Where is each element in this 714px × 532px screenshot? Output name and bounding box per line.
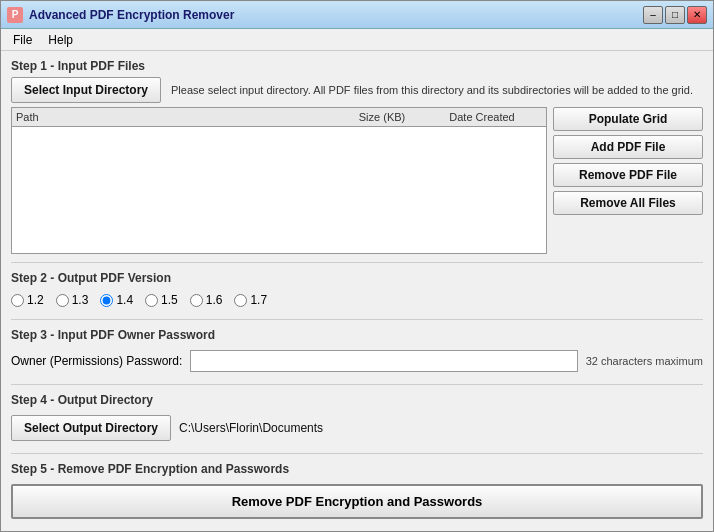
menu-file[interactable]: File <box>5 31 40 49</box>
radio-1-6[interactable] <box>190 294 203 307</box>
radio-item-1-7: 1.7 <box>234 293 267 307</box>
radio-item-1-4: 1.4 <box>100 293 133 307</box>
remove-encryption-button[interactable]: Remove PDF Encryption and Passwords <box>11 484 703 519</box>
radio-item-1-3: 1.3 <box>56 293 89 307</box>
divider4 <box>11 453 703 454</box>
main-window: P Advanced PDF Encryption Remover – □ ✕ … <box>0 0 714 532</box>
radio-1-2[interactable] <box>11 294 24 307</box>
remove-pdf-button[interactable]: Remove PDF File <box>553 163 703 187</box>
step4-label: Step 4 - Output Directory <box>11 393 703 407</box>
step4-section: Step 4 - Output Directory Select Output … <box>11 393 703 445</box>
app-icon: P <box>7 7 23 23</box>
pdf-grid[interactable]: Path Size (KB) Date Created <box>11 107 547 254</box>
radio-1-4[interactable] <box>100 294 113 307</box>
select-input-dir-button[interactable]: Select Input Directory <box>11 77 161 103</box>
step5-section: Step 5 - Remove PDF Encryption and Passw… <box>11 462 703 523</box>
step1-header: Select Input Directory Please select inp… <box>11 77 703 103</box>
grid-header: Path Size (KB) Date Created <box>12 108 546 127</box>
step3-label: Step 3 - Input PDF Owner Password <box>11 328 703 342</box>
step2-label: Step 2 - Output PDF Version <box>11 271 703 285</box>
minimize-button[interactable]: – <box>643 6 663 24</box>
output-path: C:\Users\Florin\Documents <box>179 421 323 435</box>
radio-1-3[interactable] <box>56 294 69 307</box>
menu-bar: File Help <box>1 29 713 51</box>
step4-row: Select Output Directory C:\Users\Florin\… <box>11 411 703 445</box>
step2-section: Step 2 - Output PDF Version 1.2 1.3 1.4 … <box>11 271 703 311</box>
col-date: Date Created <box>422 111 542 123</box>
step1-info-text: Please select input directory. All PDF f… <box>171 84 703 96</box>
password-hint: 32 characters maximum <box>586 355 703 367</box>
radio-1-5[interactable] <box>145 294 158 307</box>
version-radio-group: 1.2 1.3 1.4 1.5 1.6 <box>11 289 703 311</box>
close-button[interactable]: ✕ <box>687 6 707 24</box>
add-pdf-button[interactable]: Add PDF File <box>553 135 703 159</box>
select-output-dir-button[interactable]: Select Output Directory <box>11 415 171 441</box>
password-label: Owner (Permissions) Password: <box>11 354 182 368</box>
step5-row: Remove PDF Encryption and Passwords <box>11 480 703 523</box>
maximize-button[interactable]: □ <box>665 6 685 24</box>
window-controls: – □ ✕ <box>643 6 707 24</box>
window-title: Advanced PDF Encryption Remover <box>29 8 643 22</box>
radio-item-1-2: 1.2 <box>11 293 44 307</box>
main-content: Step 1 - Input PDF Files Select Input Di… <box>1 51 713 531</box>
title-bar: P Advanced PDF Encryption Remover – □ ✕ <box>1 1 713 29</box>
divider1 <box>11 262 703 263</box>
divider3 <box>11 384 703 385</box>
radio-1-7[interactable] <box>234 294 247 307</box>
step1-body: Path Size (KB) Date Created Populate Gri… <box>11 107 703 254</box>
radio-item-1-5: 1.5 <box>145 293 178 307</box>
step1-section: Step 1 - Input PDF Files Select Input Di… <box>11 59 703 254</box>
step3-section: Step 3 - Input PDF Owner Password Owner … <box>11 328 703 376</box>
step5-label: Step 5 - Remove PDF Encryption and Passw… <box>11 462 703 476</box>
remove-all-button[interactable]: Remove All Files <box>553 191 703 215</box>
step3-row: Owner (Permissions) Password: 32 charact… <box>11 346 703 376</box>
col-path: Path <box>16 111 342 123</box>
populate-grid-button[interactable]: Populate Grid <box>553 107 703 131</box>
grid-body <box>12 127 546 253</box>
grid-buttons: Populate Grid Add PDF File Remove PDF Fi… <box>553 107 703 254</box>
step1-label: Step 1 - Input PDF Files <box>11 59 703 73</box>
menu-help[interactable]: Help <box>40 31 81 49</box>
divider2 <box>11 319 703 320</box>
col-size: Size (KB) <box>342 111 422 123</box>
password-input[interactable] <box>190 350 577 372</box>
radio-item-1-6: 1.6 <box>190 293 223 307</box>
